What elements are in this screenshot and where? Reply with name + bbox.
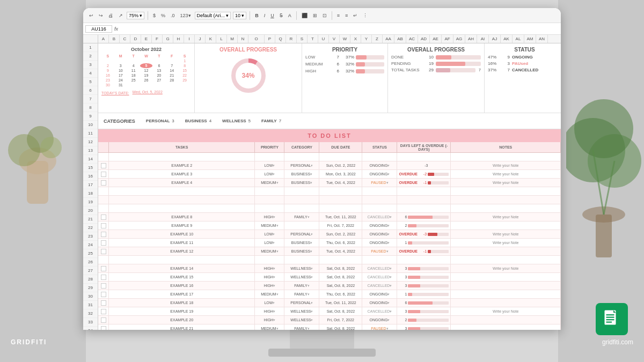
sheets-icon[interactable] <box>596 303 628 335</box>
col-header-n[interactable]: N <box>238 35 248 43</box>
td-check[interactable] <box>98 204 109 212</box>
checkbox[interactable] <box>101 240 106 246</box>
underline-btn[interactable]: U <box>269 12 276 19</box>
col-header-af[interactable]: AF <box>442 35 453 43</box>
col-header-e[interactable]: E <box>141 35 152 43</box>
checkbox[interactable] <box>101 180 106 186</box>
col-header-ac[interactable]: AC <box>406 35 418 43</box>
col-header-r[interactable]: R <box>286 35 297 43</box>
checkbox[interactable] <box>101 215 106 220</box>
td-check[interactable] <box>98 221 109 230</box>
col-header-l[interactable]: L <box>216 35 227 43</box>
col-header-f[interactable]: F <box>152 35 163 43</box>
col-header-y[interactable]: Y <box>361 35 372 43</box>
align-center-btn[interactable]: ≡ <box>343 12 349 19</box>
td-check[interactable] <box>98 247 109 255</box>
td-check[interactable] <box>98 307 109 315</box>
table-row[interactable]: EXAMPLE 9MEDIUM ▾Fri, Oct. 7, 2022ONGOIN… <box>98 221 561 230</box>
checkbox[interactable] <box>101 283 106 289</box>
table-row[interactable]: EXAMPLE 16HIGH ▾FAMILY ▾Sat, Oct. 8, 202… <box>98 282 561 290</box>
format-btn[interactable]: 123▾ <box>179 12 193 19</box>
td-check[interactable] <box>98 256 109 264</box>
col-header-an[interactable]: AN <box>536 35 548 43</box>
table-row[interactable] <box>98 153 561 161</box>
checkbox[interactable] <box>101 317 106 323</box>
col-header-aa[interactable]: AA <box>383 35 394 43</box>
zoom-dropdown[interactable]: 75% ▾ <box>127 12 144 19</box>
table-row[interactable]: EXAMPLE 4MEDIUM ▾BUSINESS ▾Tue, Oct. 4, … <box>98 179 561 187</box>
checkbox[interactable] <box>101 232 106 237</box>
col-header-ai[interactable]: AI <box>477 35 489 43</box>
col-header-ad[interactable]: AD <box>418 35 430 43</box>
col-header-m[interactable]: M <box>227 35 238 43</box>
td-check[interactable] <box>98 273 109 281</box>
col-header-a[interactable]: A <box>98 35 109 43</box>
table-row[interactable]: EXAMPLE 11LOW ▾BUSINESS ▾Thu, Oct. 6, 20… <box>98 239 561 247</box>
td-check[interactable] <box>98 213 109 221</box>
td-check[interactable] <box>98 196 109 204</box>
col-header-o[interactable]: O <box>248 35 265 43</box>
undo-btn[interactable]: ↩ <box>87 12 95 19</box>
col-header-p[interactable]: P <box>265 35 275 43</box>
checkbox[interactable] <box>101 223 106 228</box>
redo-btn[interactable]: ↪ <box>97 12 105 19</box>
td-check[interactable] <box>98 290 109 298</box>
td-check[interactable] <box>98 324 109 330</box>
td-check[interactable] <box>98 239 109 247</box>
col-header-al[interactable]: AL <box>513 35 524 43</box>
checkbox[interactable] <box>101 249 106 254</box>
table-row[interactable] <box>98 196 561 204</box>
col-header-am[interactable]: AM <box>524 35 536 43</box>
col-header-c[interactable]: C <box>120 35 130 43</box>
checkbox[interactable] <box>101 266 106 271</box>
table-row[interactable] <box>98 187 561 196</box>
td-check[interactable] <box>98 153 109 161</box>
col-header-ae[interactable]: AE <box>430 35 442 43</box>
td-check[interactable] <box>98 187 109 195</box>
cell-reference[interactable]: AU116 <box>85 25 112 33</box>
col-header-q[interactable]: Q <box>275 35 286 43</box>
col-header-z[interactable]: Z <box>372 35 383 43</box>
italic-btn[interactable]: I <box>262 12 267 19</box>
td-check[interactable] <box>98 316 109 324</box>
col-header-d[interactable]: D <box>130 35 141 43</box>
col-header-u[interactable]: U <box>318 35 329 43</box>
col-header-ag[interactable]: AG <box>453 35 465 43</box>
table-row[interactable]: EXAMPLE 2LOW ▾PERSONAL ▾Sun, Oct. 2, 202… <box>98 161 561 170</box>
table-row[interactable] <box>98 204 561 213</box>
col-header-j[interactable]: J <box>195 35 206 43</box>
col-header-t[interactable]: T <box>308 35 318 43</box>
decimal-btn[interactable]: .0 <box>169 12 177 19</box>
checkbox[interactable] <box>101 275 106 280</box>
merge-btn[interactable]: ⊡ <box>321 12 328 19</box>
table-row[interactable]: EXAMPLE 20HIGH ▾WELLNESS ▾Fri, Oct. 7, 2… <box>98 316 561 324</box>
col-header-x[interactable]: X <box>350 35 361 43</box>
print-btn[interactable]: 🖨 <box>107 12 115 19</box>
table-row[interactable]: EXAMPLE 10LOW ▾PERSONAL ▾Sun, Oct. 2, 20… <box>98 230 561 239</box>
col-header-ak[interactable]: AK <box>501 35 513 43</box>
table-row[interactable]: EXAMPLE 19HIGH ▾WELLNESS ▾Sat, Oct. 8, 2… <box>98 307 561 316</box>
table-row[interactable]: EXAMPLE 21MEDIUM ▾FAMILY ▾Sat, Oct. 8, 2… <box>98 324 561 330</box>
checkbox[interactable] <box>101 300 106 306</box>
td-check[interactable] <box>98 161 109 169</box>
cursor-btn[interactable]: ↗ <box>117 12 125 19</box>
table-row[interactable]: EXAMPLE 18LOW ▾PERSONAL ▾Tue, Oct. 11, 2… <box>98 299 561 307</box>
td-check[interactable] <box>98 264 109 272</box>
table-row[interactable]: EXAMPLE 15HIGH ▾WELLNESS ▾Sat, Oct. 8, 2… <box>98 273 561 282</box>
fontsize-dropdown[interactable]: 10 ▾ <box>233 12 246 19</box>
highlight-btn[interactable]: ⬛ <box>300 12 309 19</box>
table-row[interactable]: EXAMPLE 17MEDIUM ▾FAMILY ▾Thu, Oct. 6, 2… <box>98 290 561 299</box>
table-row[interactable]: EXAMPLE 12MEDIUM ▾BUSINESS ▾Tue, Oct. 4,… <box>98 247 561 256</box>
td-check[interactable] <box>98 179 109 187</box>
col-header-ah[interactable]: AH <box>465 35 477 43</box>
formula-input[interactable] <box>120 26 559 32</box>
checkbox[interactable] <box>101 163 106 168</box>
checkbox[interactable] <box>101 326 106 330</box>
col-header-w[interactable]: W <box>340 35 350 43</box>
checkbox[interactable] <box>101 292 106 297</box>
td-check[interactable] <box>98 230 109 238</box>
table-row[interactable]: EXAMPLE 3LOW ▾BUSINESS ▾Mon, Oct. 3, 202… <box>98 170 561 179</box>
font-dropdown[interactable]: Default (Ari... ▾ <box>195 12 231 19</box>
col-header-b[interactable]: B <box>109 35 120 43</box>
strikethrough-btn[interactable]: S̶ <box>278 12 284 19</box>
